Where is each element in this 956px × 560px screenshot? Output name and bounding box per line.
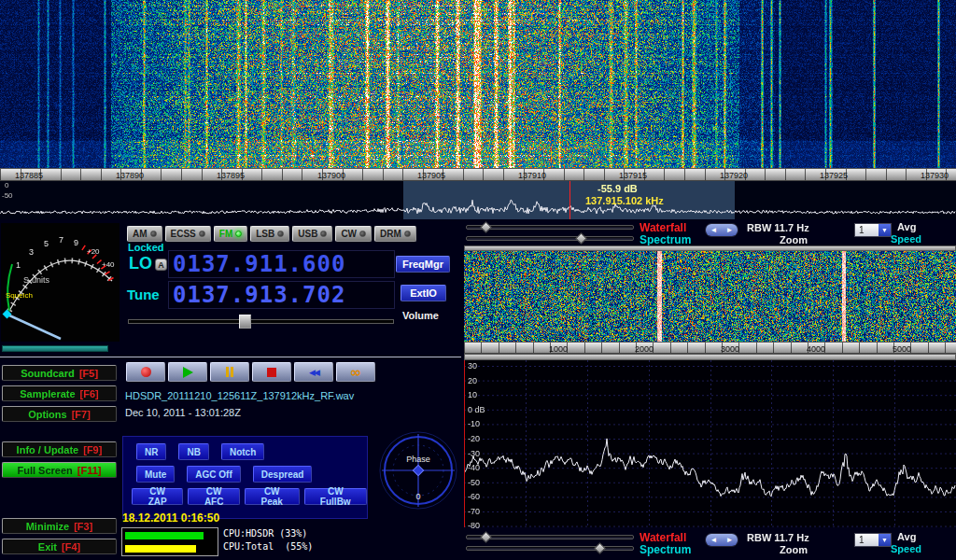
options-button[interactable]: Options[F7]	[2, 406, 117, 422]
loop-button[interactable]: ∞	[336, 362, 375, 382]
rbw-spinner[interactable]: ◄►	[705, 533, 738, 547]
db-tick: -60	[468, 492, 480, 501]
frequency-scale[interactable]: 137885 137890 137895 137900 137905 13791…	[0, 168, 956, 181]
audio-freq-tick: 3000	[721, 344, 739, 354]
freqmgr-button[interactable]: FreqMgr	[396, 256, 450, 273]
cpu-total-text: CPU:Total (55%)	[223, 541, 313, 552]
lo-frequency-display[interactable]: 0137.911.600	[168, 250, 395, 278]
s-meter[interactable]: 1 3 5 7 9 +20 +40 S-units Squelch	[1, 223, 120, 342]
tune-label: Tune	[127, 287, 160, 302]
play-button[interactable]	[168, 362, 207, 382]
extio-button[interactable]: ExtIO	[401, 285, 446, 301]
meter-tick-20: +20	[87, 247, 100, 256]
exit-button[interactable]: Exit[F4]	[2, 539, 117, 554]
record-icon	[141, 367, 151, 377]
dropdown-arrow-icon[interactable]: ▼	[879, 534, 891, 546]
slider-handle[interactable]	[480, 221, 492, 233]
mode-fm-button[interactable]: FM	[214, 226, 247, 242]
hdsdr-app: 137885 137890 137895 137900 137905 13791…	[0, 0, 956, 560]
stop-icon	[267, 368, 276, 377]
mode-drm-button[interactable]: DRM	[374, 226, 416, 242]
mute-button[interactable]: Mute	[136, 466, 175, 483]
squelch-level-bar[interactable]	[2, 345, 108, 352]
waterfall-brightness-slider[interactable]	[466, 225, 634, 230]
samplerate-button[interactable]: Samplerate[F6]	[2, 385, 117, 401]
dropdown-arrow-icon[interactable]: ▼	[879, 224, 891, 236]
minimize-button[interactable]: Minimize[F3]	[2, 518, 117, 534]
display-controls-top: Waterfall Spectrum ◄► RBW 11.7 Hz Zoom 1…	[464, 221, 956, 246]
stop-button[interactable]	[252, 362, 291, 382]
meter-tick-5: 5	[44, 239, 49, 248]
nr-button[interactable]: NR	[136, 443, 166, 460]
slider-handle[interactable]	[480, 531, 492, 543]
rbw-spinner[interactable]: ◄►	[705, 223, 738, 237]
waterfall-label: Waterfall	[640, 531, 686, 544]
recording-timestamp: Dec 10, 2011 - 13:01:28Z	[125, 407, 241, 418]
cursor-frequency-readout: 137.915.102 kHz	[585, 195, 664, 206]
pause-icon	[226, 367, 233, 377]
waterfall-contrast-slider[interactable]	[466, 236, 634, 241]
rf-waterfall[interactable]	[0, 0, 956, 168]
cw-fullbw-button[interactable]: CW FullBw	[304, 488, 367, 505]
rewind-button[interactable]: ◀◀	[294, 362, 333, 382]
freq-tick: 137900	[317, 171, 345, 180]
zoom-label: Zoom	[780, 234, 808, 245]
db-tick: -70	[468, 507, 480, 516]
mode-ecss-button[interactable]: ECSS	[165, 226, 211, 242]
avg-select[interactable]: 1▼	[854, 533, 892, 547]
db-tick: 20	[468, 376, 477, 385]
despread-button[interactable]: Despread	[253, 466, 313, 483]
mode-usb-button[interactable]: USB	[292, 226, 332, 242]
audio-spectrum[interactable]	[464, 360, 956, 527]
phase-value: 0	[415, 492, 420, 501]
cw-afc-button[interactable]: CW AFC	[188, 488, 240, 505]
info-update-button[interactable]: Info / Update[F9]	[2, 441, 117, 457]
freq-tick: 137885	[15, 171, 43, 180]
speed-label: Speed	[891, 543, 921, 554]
avg-select[interactable]: 1▼	[854, 223, 892, 237]
volume-slider[interactable]	[128, 319, 394, 324]
overview-spectrum[interactable]	[0, 181, 956, 219]
volume-slider-handle[interactable]	[239, 315, 251, 329]
slider-handle[interactable]	[594, 542, 606, 554]
record-button[interactable]	[126, 362, 165, 382]
spin-left-icon[interactable]: ◄	[706, 224, 722, 236]
agc-button[interactable]: AGC Off	[187, 466, 240, 483]
mode-led-icon	[404, 231, 411, 237]
nb-button[interactable]: NB	[178, 443, 208, 460]
slider-handle[interactable]	[575, 232, 587, 245]
phase-label: Phase	[406, 455, 430, 464]
avg-label: Avg	[897, 221, 916, 232]
waterfall-label: Waterfall	[640, 221, 686, 234]
freq-tick: 137905	[417, 171, 445, 180]
zoom-label: Zoom	[780, 544, 808, 555]
meter-tick-3: 3	[29, 247, 34, 257]
spin-right-icon[interactable]: ►	[722, 534, 738, 546]
squelch-label: Squelch	[6, 291, 33, 300]
mode-am-button[interactable]: AM	[127, 226, 162, 242]
panel-divider	[0, 357, 461, 357]
notch-button[interactable]: Notch	[221, 443, 264, 460]
audio-waterfall[interactable]	[464, 251, 956, 342]
waterfall-brightness-slider[interactable]	[466, 535, 634, 539]
cw-peak-button[interactable]: CW Peak	[245, 488, 300, 505]
spin-left-icon[interactable]: ◄	[706, 534, 722, 546]
freq-tick: 137930	[921, 171, 949, 180]
freq-tick: 137910	[518, 171, 546, 180]
spin-right-icon[interactable]: ►	[722, 224, 738, 236]
avg-label: Avg	[897, 531, 916, 542]
pause-button[interactable]	[210, 362, 249, 382]
cw-zap-button[interactable]: CW ZAP	[132, 488, 183, 505]
locked-indicator: Locked	[128, 242, 164, 253]
phase-dial[interactable]: Phase 0	[379, 431, 457, 510]
fullscreen-button[interactable]: Full Screen[F11]	[2, 462, 117, 478]
mode-lsb-button[interactable]: LSB	[250, 226, 289, 242]
tune-frequency-display[interactable]: 0137.913.702	[168, 281, 395, 309]
db-tick: -30	[468, 449, 480, 458]
lo-a-badge[interactable]: A	[155, 259, 167, 271]
audio-frequency-scale[interactable]: 1000 2000 3000 4000 5000	[464, 342, 956, 354]
mode-cw-button[interactable]: CW	[335, 226, 372, 242]
waterfall-contrast-slider[interactable]	[466, 546, 634, 551]
soundcard-button[interactable]: Soundcard[F5]	[2, 365, 117, 381]
spectrum-scrollbar[interactable]	[464, 354, 956, 360]
